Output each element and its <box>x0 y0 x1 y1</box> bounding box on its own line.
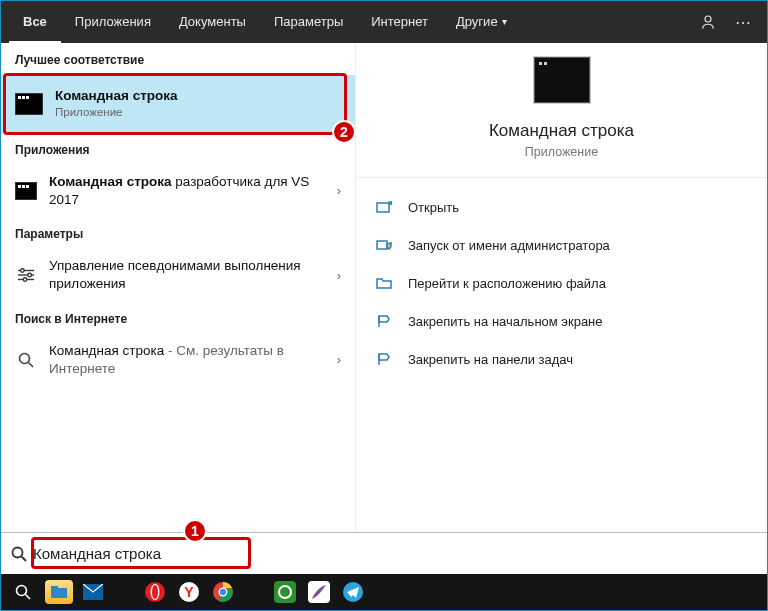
search-bar: 1 <box>1 532 767 574</box>
tab-settings[interactable]: Параметры <box>260 1 357 43</box>
pin-start-icon <box>374 314 394 328</box>
taskbar-search-icon[interactable] <box>7 578 39 606</box>
svg-rect-17 <box>51 588 67 598</box>
taskbar-opera-icon[interactable] <box>141 580 169 604</box>
feedback-icon[interactable] <box>699 13 717 31</box>
result-title: Командная строка разработчика для VS 201… <box>49 173 325 209</box>
result-title: Командная строка <box>55 87 341 105</box>
section-web: Поиск в Интернете <box>1 302 355 334</box>
tab-internet[interactable]: Интернет <box>357 1 442 43</box>
alias-settings-icon <box>15 267 37 283</box>
svg-point-27 <box>220 589 226 595</box>
result-title: Командная строка - См. результаты в Инте… <box>49 342 325 378</box>
taskbar-yandex-icon[interactable]: Y <box>175 580 203 604</box>
chevron-right-icon: › <box>337 352 341 367</box>
svg-rect-28 <box>274 581 296 603</box>
svg-point-22 <box>152 585 158 599</box>
svg-rect-10 <box>377 241 387 249</box>
preview-subtitle: Приложение <box>525 145 598 159</box>
action-open-file-location[interactable]: Перейти к расположению файла <box>374 264 749 302</box>
taskbar-chrome-icon[interactable] <box>209 580 237 604</box>
svg-point-0 <box>705 16 711 22</box>
tab-documents[interactable]: Документы <box>165 1 260 43</box>
svg-point-4 <box>21 269 25 273</box>
preview-thumbnail-icon <box>534 57 590 103</box>
svg-text:Y: Y <box>184 584 194 600</box>
svg-point-5 <box>28 274 32 278</box>
taskbar: Y <box>1 574 767 610</box>
admin-shield-icon <box>374 238 394 252</box>
chevron-down-icon: ▾ <box>502 16 507 27</box>
action-pin-start[interactable]: Закрепить на начальном экране <box>374 302 749 340</box>
result-setting[interactable]: Управление псевдонимами выполнения прило… <box>1 249 355 301</box>
preview-actions: Открыть Запуск от имени администратора П… <box>356 178 767 388</box>
open-icon <box>374 200 394 214</box>
folder-icon <box>374 276 394 290</box>
svg-rect-18 <box>51 586 58 589</box>
taskbar-explorer-icon[interactable] <box>45 580 73 604</box>
chevron-right-icon: › <box>337 268 341 283</box>
section-apps: Приложения <box>1 133 355 165</box>
section-best-match: Лучшее соответствие <box>1 43 355 75</box>
result-web[interactable]: Командная строка - См. результаты в Инте… <box>1 334 355 386</box>
tab-more[interactable]: Другие▾ <box>442 1 521 43</box>
preview-title: Командная строка <box>489 121 634 141</box>
svg-line-16 <box>26 595 31 600</box>
action-pin-taskbar[interactable]: Закрепить на панели задач <box>374 340 749 378</box>
annotation-badge-1: 1 <box>183 519 207 543</box>
tab-apps[interactable]: Приложения <box>61 1 165 43</box>
search-input[interactable] <box>33 545 757 562</box>
more-options-icon[interactable]: ⋯ <box>735 13 751 32</box>
cmd-thumbnail-icon <box>15 93 43 115</box>
action-open[interactable]: Открыть <box>374 188 749 226</box>
taskbar-app-feather-icon[interactable] <box>305 580 333 604</box>
svg-line-8 <box>29 362 34 367</box>
search-category-tabs: Все Приложения Документы Параметры Интер… <box>1 1 767 43</box>
svg-point-15 <box>17 586 27 596</box>
svg-rect-9 <box>377 203 389 212</box>
svg-point-7 <box>20 353 30 363</box>
annotation-badge-2: 2 <box>332 120 356 144</box>
taskbar-app-green-icon[interactable] <box>271 580 299 604</box>
search-icon <box>11 546 27 562</box>
result-title: Управление псевдонимами выполнения прило… <box>49 257 325 293</box>
cmd-thumbnail-icon <box>15 182 37 200</box>
svg-line-14 <box>22 556 27 561</box>
results-list: Лучшее соответствие Командная строка При… <box>1 43 356 532</box>
action-run-as-admin[interactable]: Запуск от имени администратора <box>374 226 749 264</box>
taskbar-mail-icon[interactable] <box>79 580 107 604</box>
pin-taskbar-icon <box>374 352 394 366</box>
preview-pane: Командная строка Приложение Открыть Запу… <box>356 43 767 532</box>
section-settings: Параметры <box>1 217 355 249</box>
search-icon <box>15 352 37 368</box>
svg-point-6 <box>23 278 27 282</box>
result-subtitle: Приложение <box>55 105 341 121</box>
svg-point-13 <box>13 547 23 557</box>
tab-all[interactable]: Все <box>9 1 61 43</box>
result-best-match[interactable]: Командная строка Приложение <box>1 75 355 133</box>
taskbar-telegram-icon[interactable] <box>339 580 367 604</box>
chevron-right-icon: › <box>337 183 341 198</box>
result-app[interactable]: Командная строка разработчика для VS 201… <box>1 165 355 217</box>
